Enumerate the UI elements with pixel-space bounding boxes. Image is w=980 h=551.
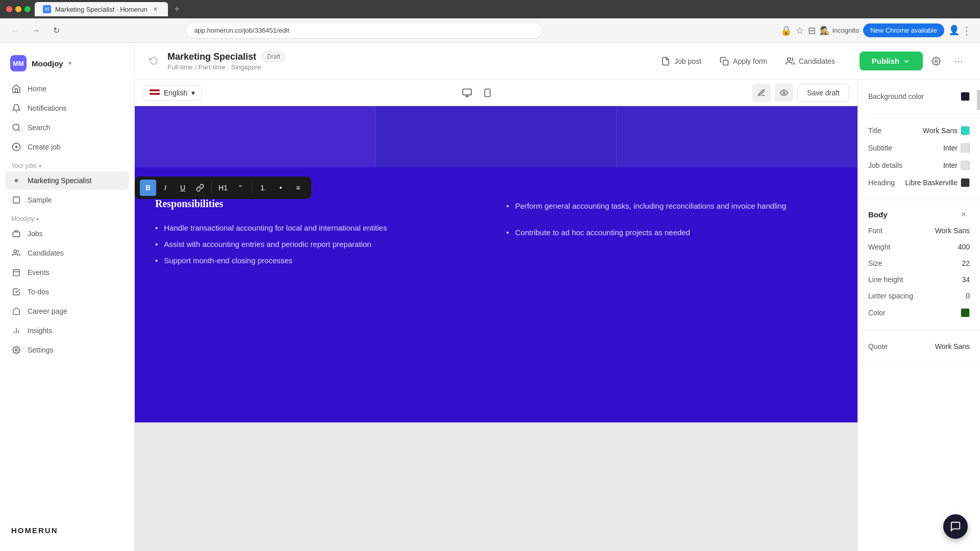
heading-color-swatch[interactable]: [961, 178, 970, 187]
candidates-tab[interactable]: Candidates: [777, 53, 843, 70]
sidebar-item-todos[interactable]: To-dos: [5, 283, 129, 301]
font-row: Font Work Sans: [868, 222, 970, 239]
align-btn[interactable]: ≡: [290, 180, 306, 196]
ordered-list-btn[interactable]: 1.: [255, 180, 272, 196]
line-height-value[interactable]: 34: [962, 276, 970, 284]
tab-favicon: H: [43, 5, 51, 13]
weight-value[interactable]: 400: [958, 243, 970, 251]
sidebar-item-home[interactable]: Home: [5, 80, 129, 98]
minimize-btn[interactable]: [15, 6, 21, 12]
sidebar-icon[interactable]: ⊟: [808, 25, 816, 36]
sidebar-item-create-job[interactable]: Create job: [5, 138, 129, 156]
job-post-tab[interactable]: Job post: [653, 53, 709, 70]
url-bar[interactable]: app.homerun.co/job/336451/edit: [185, 22, 543, 39]
homerun-logo: HOMERUN: [0, 518, 134, 543]
bell-icon: [11, 103, 21, 113]
body-color-swatch[interactable]: [961, 308, 970, 317]
sidebar-item-search[interactable]: Search: [5, 118, 129, 137]
workspace-name: Moodjoy: [32, 59, 63, 68]
back-btn[interactable]: ←: [8, 23, 22, 38]
preview-btn[interactable]: [775, 84, 793, 102]
canvas-top-section: [135, 106, 857, 167]
sidebar-item-insights[interactable]: Insights: [5, 321, 129, 340]
editor-toolbar-row: English ▾: [135, 80, 857, 106]
sync-icon[interactable]: [149, 56, 159, 66]
sidebar-item-jobs[interactable]: Jobs: [5, 224, 129, 243]
star-icon[interactable]: ☆: [796, 25, 804, 36]
refresh-btn[interactable]: ↻: [49, 23, 63, 38]
title-color-swatch[interactable]: [961, 126, 970, 135]
sidebar-item-career-page[interactable]: Career page: [5, 302, 129, 320]
letter-spacing-label: Letter spacing: [868, 292, 913, 300]
subtitle-font-value[interactable]: Inter: [943, 143, 970, 153]
candidates-icon: [11, 248, 21, 258]
canvas-container: B I U: [135, 106, 857, 422]
subtitle-color-swatch[interactable]: [961, 143, 970, 153]
desktop-view-btn[interactable]: [458, 84, 476, 102]
underline-btn[interactable]: U: [175, 180, 191, 196]
h1-btn[interactable]: H1: [215, 180, 231, 196]
font-value[interactable]: Work Sans: [935, 227, 970, 235]
sidebar-item-sample[interactable]: Sample: [5, 191, 129, 209]
workspace-dropdown-icon[interactable]: ▾: [68, 60, 71, 67]
jobs-icon: [11, 229, 21, 239]
scrollbar-thumb[interactable]: [977, 90, 980, 110]
new-tab-btn[interactable]: +: [170, 2, 184, 16]
sidebar-item-events[interactable]: Events: [5, 263, 129, 282]
svg-point-16: [15, 349, 17, 351]
background-color-swatch[interactable]: [961, 92, 970, 101]
list-item: Contribute to ad hoc accounting projects…: [506, 224, 837, 241]
sidebar-item-notifications[interactable]: Notifications: [5, 99, 129, 117]
save-draft-btn[interactable]: Save draft: [797, 84, 849, 102]
sidebar-item-candidates[interactable]: Candidates: [5, 244, 129, 262]
italic-btn[interactable]: I: [157, 180, 174, 196]
bold-btn[interactable]: B: [140, 180, 156, 196]
incognito-badge: 🕵️ Incognito: [820, 26, 859, 35]
apply-form-label: Apply form: [733, 57, 767, 65]
body-section: Body ✕ Font Work Sans Weight 400 Size 22: [858, 200, 980, 330]
size-value[interactable]: 22: [962, 259, 970, 267]
job-details-font-value[interactable]: Inter: [943, 161, 970, 170]
sidebar-item-settings[interactable]: Settings: [5, 341, 129, 359]
mobile-view-btn[interactable]: [478, 84, 497, 102]
edit-mode-btn[interactable]: [752, 84, 771, 102]
maximize-btn[interactable]: [24, 6, 31, 12]
font-label: Font: [868, 227, 883, 235]
tab-bar: H Marketing Specialist · Homerun ✕ +: [35, 2, 974, 16]
close-body-section-btn[interactable]: ✕: [958, 208, 970, 220]
draft-badge: Draft: [261, 52, 286, 62]
settings-gear-btn[interactable]: [927, 52, 945, 70]
profile-icon[interactable]: 👤: [948, 24, 960, 37]
your-jobs-arrow: ▾: [39, 163, 41, 169]
events-label: Events: [28, 268, 50, 277]
letter-spacing-value[interactable]: 0: [966, 292, 970, 300]
job-title-area: Marketing Specialist Draft Full-time / P…: [167, 52, 286, 71]
apply-form-tab[interactable]: Apply form: [712, 53, 775, 70]
quote-font-value[interactable]: Work Sans: [935, 342, 970, 350]
active-tab[interactable]: H Marketing Specialist · Homerun ✕: [35, 2, 168, 16]
quote-btn[interactable]: ": [232, 180, 249, 196]
job-details-color-swatch[interactable]: [961, 161, 970, 170]
avatar: MM: [10, 55, 27, 71]
candidates-label: Candidates: [799, 57, 835, 65]
chrome-update-btn[interactable]: New Chrome available: [863, 23, 944, 37]
tab-close-btn[interactable]: ✕: [152, 5, 160, 13]
link-btn[interactable]: [192, 180, 208, 196]
title-font-value[interactable]: Work Sans: [923, 126, 970, 135]
forward-btn[interactable]: →: [29, 23, 43, 38]
menu-icon[interactable]: ⋮: [962, 24, 972, 37]
close-btn[interactable]: [6, 6, 12, 12]
chat-bubble[interactable]: [943, 514, 968, 539]
publish-button[interactable]: Publish: [860, 52, 923, 70]
responsibilities-heading[interactable]: Responsibilities: [155, 198, 486, 210]
background-color-row: Background color: [868, 88, 970, 105]
sidebar-header: MM Moodjoy ▾: [0, 51, 134, 80]
language-selector[interactable]: English ▾: [143, 85, 202, 101]
text-formatting-toolbar: B I U: [135, 177, 311, 199]
svg-rect-20: [462, 89, 471, 95]
create-job-label: Create job: [28, 143, 61, 151]
heading-font-value[interactable]: Libre Baskerville: [905, 178, 970, 187]
more-options-btn[interactable]: ⋯: [949, 52, 968, 70]
sidebar-item-marketing-specialist[interactable]: Marketing Specialist: [5, 171, 129, 190]
bullet-list-btn[interactable]: •: [273, 180, 289, 196]
